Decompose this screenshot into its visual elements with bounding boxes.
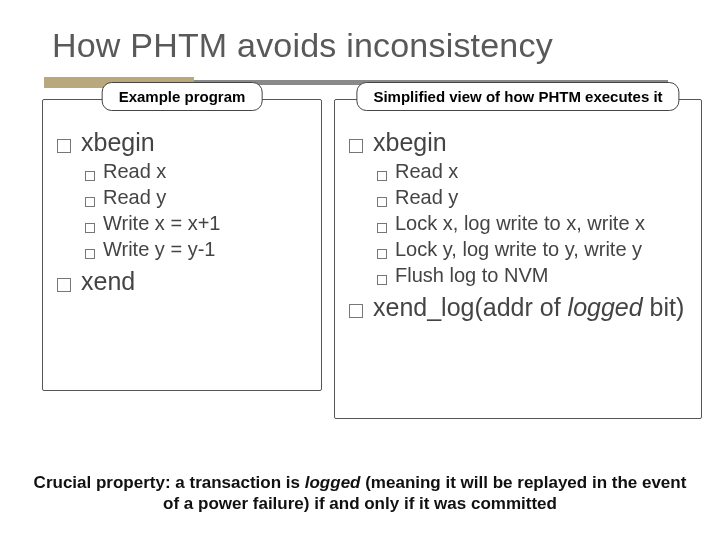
list-item: Lock x, log write to x, write x: [377, 212, 693, 235]
bullet-open-square-icon: [85, 249, 95, 259]
footnote: Crucial property: a transaction is logge…: [30, 472, 690, 515]
bullet-open-square-icon: [377, 275, 387, 285]
l2-text: Lock y, log write to y, write y: [395, 238, 642, 261]
bullet-open-square-icon: [85, 171, 95, 181]
bullet-open-square-icon: [349, 304, 363, 318]
l1-text: xend: [81, 267, 135, 296]
text-fragment-italic: logged: [568, 293, 643, 321]
sublist: Read x Read y Write x = x+1 Write y = y-…: [85, 160, 313, 261]
l2-text: Read y: [103, 186, 166, 209]
list-item: xbegin: [57, 128, 313, 157]
list-item: Read y: [85, 186, 313, 209]
list-item: Read x: [377, 160, 693, 183]
text-fragment: bit): [643, 293, 685, 321]
bullet-open-square-icon: [349, 139, 363, 153]
right-content: xbegin Read x Read y Lock x, log write t…: [335, 100, 701, 332]
column-right: Simplified view of how PHTM executes it …: [334, 99, 702, 419]
l2-text: Write y = y-1: [103, 238, 215, 261]
bullet-open-square-icon: [377, 223, 387, 233]
columns: Example program xbegin Read x Read y Wri…: [30, 99, 690, 429]
bullet-open-square-icon: [377, 249, 387, 259]
list-item: Write x = x+1: [85, 212, 313, 235]
l2-text: Write x = x+1: [103, 212, 220, 235]
left-content: xbegin Read x Read y Write x = x+1 Write…: [43, 100, 321, 306]
bullet-open-square-icon: [57, 139, 71, 153]
bullet-open-square-icon: [377, 171, 387, 181]
list-item: xbegin: [349, 128, 693, 157]
l1-text: xend_log(addr of logged bit): [373, 293, 684, 322]
list-item: xend: [57, 267, 313, 296]
list-item: Flush log to NVM: [377, 264, 693, 287]
bullet-open-square-icon: [377, 197, 387, 207]
list-item: Lock y, log write to y, write y: [377, 238, 693, 261]
list-item: xend_log(addr of logged bit): [349, 293, 693, 322]
list-item: Read y: [377, 186, 693, 209]
left-header: Example program: [102, 82, 263, 111]
text-fragment: Crucial property: a transaction is: [34, 473, 305, 492]
slide-title: How PHTM avoids inconsistency: [52, 26, 690, 65]
column-left: Example program xbegin Read x Read y Wri…: [42, 99, 322, 391]
bullet-open-square-icon: [85, 223, 95, 233]
l2-text: Read y: [395, 186, 458, 209]
l2-text: Read x: [103, 160, 166, 183]
l1-text: xbegin: [373, 128, 447, 157]
text-fragment-italic: logged: [305, 473, 361, 492]
sublist: Read x Read y Lock x, log write to x, wr…: [377, 160, 693, 287]
list-item: Write y = y-1: [85, 238, 313, 261]
bullet-open-square-icon: [85, 197, 95, 207]
l2-text: Flush log to NVM: [395, 264, 548, 287]
list-item: Read x: [85, 160, 313, 183]
slide: How PHTM avoids inconsistency Example pr…: [0, 0, 720, 540]
l1-text: xbegin: [81, 128, 155, 157]
l2-text: Read x: [395, 160, 458, 183]
right-header: Simplified view of how PHTM executes it: [356, 82, 679, 111]
bullet-open-square-icon: [57, 278, 71, 292]
text-fragment: xend_log(addr of: [373, 293, 568, 321]
l2-text: Lock x, log write to x, write x: [395, 212, 645, 235]
